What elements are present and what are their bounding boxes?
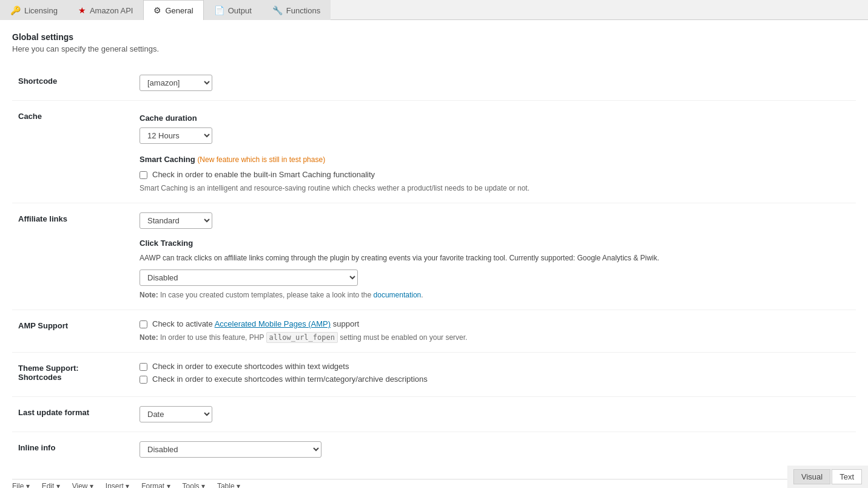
amp-link[interactable]: Accelerated Mobile Pages (AMP) xyxy=(215,319,331,328)
cache-duration-select[interactable]: 1 Hour 6 Hours 12 Hours 24 Hours 48 Hour… xyxy=(140,127,212,144)
inline-info-row: Inline info Disabled Price All xyxy=(12,432,856,467)
cache-control: Cache duration 1 Hour 6 Hours 12 Hours 2… xyxy=(133,101,856,203)
tab-licensing[interactable]: 🔑 Licensing xyxy=(0,0,68,20)
tracking-note-link[interactable]: documentation xyxy=(374,291,422,299)
inline-info-control: Disabled Price All xyxy=(133,432,856,467)
affiliate-links-label: Affiliate links xyxy=(12,203,133,310)
theme-support-label: Theme Support: Shortcodes xyxy=(12,353,133,397)
last-update-control: Date Time DateTime xyxy=(133,397,856,432)
smart-caching-note: (New feature which is still in test phas… xyxy=(197,155,325,164)
theme-checkbox2-label: Check in order to execute shortcodes wit… xyxy=(152,374,428,384)
amp-checkbox-label: Check to activate Accelerated Mobile Pag… xyxy=(152,319,359,328)
licensing-icon: 🔑 xyxy=(10,5,21,15)
toolbar-tools[interactable]: Tools ▾ xyxy=(183,482,205,488)
theme-shortcodes-text-checkbox[interactable] xyxy=(140,363,147,371)
shortcode-control: [amazon] [aawp] xyxy=(133,66,856,101)
tab-output[interactable]: 📄 Output xyxy=(204,0,262,20)
tab-navigation: 🔑 Licensing ★ Amazon API ⚙ General 📄 Out… xyxy=(0,0,868,20)
tab-licensing-label: Licensing xyxy=(24,6,58,15)
smart-caching-help: Smart Caching is an intelligent and reso… xyxy=(140,183,850,194)
tab-general[interactable]: ⚙ General xyxy=(143,0,203,20)
click-tracking-desc: AAWP can track clicks on affiliate links… xyxy=(140,252,850,263)
amp-support-row: AMP Support Check to activate Accelerate… xyxy=(12,310,856,353)
tab-functions[interactable]: 🔧 Functions xyxy=(262,0,331,20)
amp-support-control: Check to activate Accelerated Mobile Pag… xyxy=(133,310,856,353)
cache-label: Cache xyxy=(12,101,133,203)
tracking-note-prefix: Note: xyxy=(140,291,158,299)
click-tracking-select[interactable]: Disabled Google Analytics Piwik xyxy=(140,269,358,286)
smart-caching-checkbox-label: Check in order to enable the built-in Sm… xyxy=(152,170,375,179)
click-tracking-label: Click Tracking xyxy=(140,239,850,248)
affiliate-links-select[interactable]: Standard No Follow xyxy=(140,212,212,229)
theme-support-row: Theme Support: Shortcodes Check in order… xyxy=(12,353,856,397)
shortcode-select[interactable]: [amazon] [aawp] xyxy=(140,75,212,91)
functions-icon: 🔧 xyxy=(272,5,283,15)
tab-amazon-api-label: Amazon API xyxy=(90,6,133,15)
affiliate-links-row: Affiliate links Standard No Follow Click… xyxy=(12,203,856,310)
theme-support-control: Check in order to execute shortcodes wit… xyxy=(133,353,856,397)
cache-duration-label: Cache duration xyxy=(140,114,850,123)
toolbar-insert[interactable]: Insert ▾ xyxy=(106,482,129,488)
main-content: Global settings Here you can specify the… xyxy=(0,20,868,488)
editor-mode-bar: Visual Text xyxy=(787,466,868,488)
theme-checkbox1-label: Check in order to execute shortcodes wit… xyxy=(152,362,349,371)
amp-code: allow_url_fopen xyxy=(266,332,338,343)
tab-general-label: General xyxy=(165,6,193,15)
theme-shortcodes-archive-checkbox[interactable] xyxy=(140,376,147,384)
affiliate-links-control: Standard No Follow Click Tracking AAWP c… xyxy=(133,203,856,310)
toolbar-view[interactable]: View ▾ xyxy=(72,482,93,488)
toolbar-table[interactable]: Table ▾ xyxy=(217,482,240,488)
output-icon: 📄 xyxy=(214,5,224,15)
amazon-api-icon: ★ xyxy=(78,5,86,15)
general-icon: ⚙ xyxy=(153,5,161,15)
smart-caching-checkbox-row: Check in order to enable the built-in Sm… xyxy=(140,170,850,179)
toolbar-format[interactable]: Format ▾ xyxy=(141,482,170,488)
amp-checkbox[interactable] xyxy=(140,320,147,328)
theme-checkbox1-row: Check in order to execute shortcodes wit… xyxy=(140,362,850,371)
amp-note-prefix: Note: xyxy=(140,333,158,342)
tracking-note-text: In case you created custom templates, pl… xyxy=(160,291,423,299)
smart-caching-label: Smart Caching (New feature which is stil… xyxy=(140,155,325,164)
shortcode-label: Shortcode xyxy=(12,66,133,101)
inline-info-select[interactable]: Disabled Price All xyxy=(140,441,321,458)
last-update-label: Last update format xyxy=(12,397,133,432)
tab-functions-label: Functions xyxy=(286,6,320,15)
toolbar-edit[interactable]: Edit ▾ xyxy=(42,482,60,488)
tab-output-label: Output xyxy=(228,6,252,15)
text-button[interactable]: Text xyxy=(832,469,862,484)
amp-checkbox-row: Check to activate Accelerated Mobile Pag… xyxy=(140,319,850,328)
tab-amazon-api[interactable]: ★ Amazon API xyxy=(68,0,144,20)
inline-info-label: Inline info xyxy=(12,432,133,467)
amp-support-label: AMP Support xyxy=(12,310,133,353)
toolbar-file[interactable]: File ▾ xyxy=(12,482,30,488)
last-update-select[interactable]: Date Time DateTime xyxy=(140,406,212,422)
amp-note: Note: In order to use this feature, PHP … xyxy=(140,332,850,343)
section-desc: Here you can specify the general setting… xyxy=(12,44,856,53)
settings-table: Shortcode [amazon] [aawp] Cache Cache du… xyxy=(12,66,856,467)
shortcode-row: Shortcode [amazon] [aawp] xyxy=(12,66,856,101)
cache-row: Cache Cache duration 1 Hour 6 Hours 12 H… xyxy=(12,101,856,203)
last-update-row: Last update format Date Time DateTime xyxy=(12,397,856,432)
section-title: Global settings xyxy=(12,32,856,42)
theme-checkbox2-row: Check in order to execute shortcodes wit… xyxy=(140,374,850,384)
smart-caching-checkbox[interactable] xyxy=(140,171,147,179)
click-tracking-note: Note: In case you created custom templat… xyxy=(140,290,850,300)
visual-button[interactable]: Visual xyxy=(793,469,830,484)
